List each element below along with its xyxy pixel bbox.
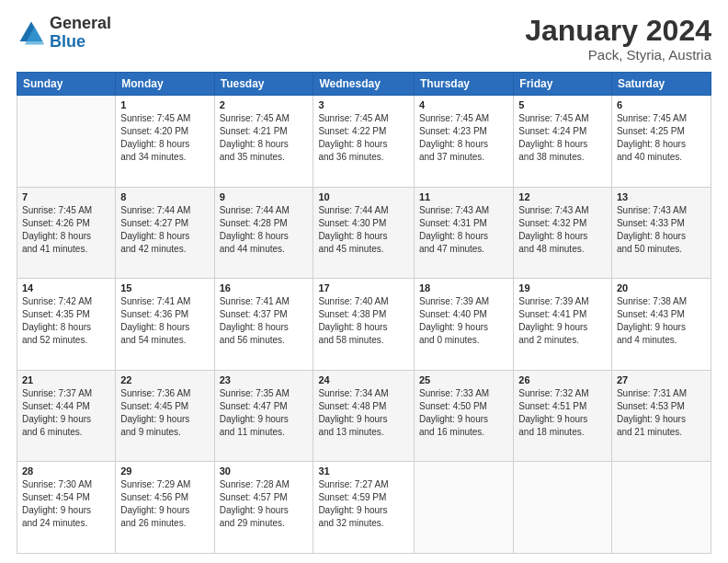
day-info: Sunrise: 7:33 AMSunset: 4:50 PMDaylight:… xyxy=(419,387,508,439)
day-info: Sunrise: 7:43 AMSunset: 4:32 PMDaylight:… xyxy=(518,204,607,256)
header-cell-friday: Friday xyxy=(514,73,612,96)
calendar-cell: 26Sunrise: 7:32 AMSunset: 4:51 PMDayligh… xyxy=(514,370,612,462)
day-number: 10 xyxy=(318,191,409,202)
calendar-cell: 10Sunrise: 7:44 AMSunset: 4:30 PMDayligh… xyxy=(313,187,415,279)
day-number: 12 xyxy=(518,191,607,202)
calendar-cell: 24Sunrise: 7:34 AMSunset: 4:48 PMDayligh… xyxy=(313,370,415,462)
day-number: 20 xyxy=(617,282,706,293)
day-number: 15 xyxy=(120,282,209,293)
calendar-cell: 7Sunrise: 7:45 AMSunset: 4:26 PMDaylight… xyxy=(17,187,116,279)
logo-blue: Blue xyxy=(50,32,85,51)
day-number: 17 xyxy=(318,282,409,293)
calendar-cell: 15Sunrise: 7:41 AMSunset: 4:36 PMDayligh… xyxy=(116,279,214,371)
calendar-cell: 22Sunrise: 7:36 AMSunset: 4:45 PMDayligh… xyxy=(116,370,214,462)
day-info: Sunrise: 7:39 AMSunset: 4:40 PMDaylight:… xyxy=(419,295,508,347)
day-number: 7 xyxy=(22,191,110,202)
day-info: Sunrise: 7:44 AMSunset: 4:27 PMDaylight:… xyxy=(120,204,209,256)
calendar-cell: 2Sunrise: 7:45 AMSunset: 4:21 PMDaylight… xyxy=(214,96,313,188)
day-info: Sunrise: 7:35 AMSunset: 4:47 PMDaylight:… xyxy=(220,387,309,439)
calendar-cell xyxy=(514,462,612,554)
day-number: 24 xyxy=(318,374,409,385)
calendar-cell: 20Sunrise: 7:38 AMSunset: 4:43 PMDayligh… xyxy=(611,279,711,371)
calendar-cell: 23Sunrise: 7:35 AMSunset: 4:47 PMDayligh… xyxy=(214,370,313,462)
day-number: 30 xyxy=(220,465,309,477)
calendar-cell: 27Sunrise: 7:31 AMSunset: 4:53 PMDayligh… xyxy=(611,370,711,462)
calendar-cell: 8Sunrise: 7:44 AMSunset: 4:27 PMDaylight… xyxy=(116,187,214,279)
day-info: Sunrise: 7:34 AMSunset: 4:48 PMDaylight:… xyxy=(318,387,409,439)
day-info: Sunrise: 7:41 AMSunset: 4:36 PMDaylight:… xyxy=(120,295,209,347)
day-number: 3 xyxy=(318,99,409,110)
header-cell-tuesday: Tuesday xyxy=(214,73,313,96)
week-row-3: 21Sunrise: 7:37 AMSunset: 4:44 PMDayligh… xyxy=(17,370,711,462)
day-info: Sunrise: 7:32 AMSunset: 4:51 PMDaylight:… xyxy=(518,387,607,439)
day-info: Sunrise: 7:40 AMSunset: 4:38 PMDaylight:… xyxy=(318,295,409,347)
calendar-cell: 25Sunrise: 7:33 AMSunset: 4:50 PMDayligh… xyxy=(414,370,513,462)
calendar-cell: 30Sunrise: 7:28 AMSunset: 4:57 PMDayligh… xyxy=(214,462,313,554)
calendar-body: 1Sunrise: 7:45 AMSunset: 4:20 PMDaylight… xyxy=(17,96,711,554)
day-number: 14 xyxy=(22,282,110,293)
day-info: Sunrise: 7:31 AMSunset: 4:53 PMDaylight:… xyxy=(617,387,706,439)
day-number: 9 xyxy=(220,191,309,202)
week-row-1: 7Sunrise: 7:45 AMSunset: 4:26 PMDaylight… xyxy=(17,187,711,279)
calendar-header: SundayMondayTuesdayWednesdayThursdayFrid… xyxy=(17,73,711,96)
title-block: January 2024 Pack, Styria, Austria xyxy=(525,15,711,63)
main-title: January 2024 xyxy=(525,15,711,47)
calendar-cell: 13Sunrise: 7:43 AMSunset: 4:33 PMDayligh… xyxy=(611,187,711,279)
day-number: 28 xyxy=(22,465,110,477)
day-number: 1 xyxy=(120,99,209,110)
header-row: SundayMondayTuesdayWednesdayThursdayFrid… xyxy=(17,73,711,96)
calendar-table: SundayMondayTuesdayWednesdayThursdayFrid… xyxy=(17,72,711,554)
day-info: Sunrise: 7:42 AMSunset: 4:35 PMDaylight:… xyxy=(22,295,110,347)
day-number: 21 xyxy=(22,374,110,385)
header-cell-monday: Monday xyxy=(116,73,214,96)
day-info: Sunrise: 7:37 AMSunset: 4:44 PMDaylight:… xyxy=(22,387,110,439)
day-number: 6 xyxy=(617,99,706,110)
calendar-cell: 9Sunrise: 7:44 AMSunset: 4:28 PMDaylight… xyxy=(214,187,313,279)
day-info: Sunrise: 7:45 AMSunset: 4:20 PMDaylight:… xyxy=(120,112,209,164)
day-info: Sunrise: 7:41 AMSunset: 4:37 PMDaylight:… xyxy=(220,295,309,347)
calendar-cell: 1Sunrise: 7:45 AMSunset: 4:20 PMDaylight… xyxy=(116,96,214,188)
header-cell-wednesday: Wednesday xyxy=(313,73,415,96)
day-number: 31 xyxy=(318,465,409,477)
calendar-cell: 18Sunrise: 7:39 AMSunset: 4:40 PMDayligh… xyxy=(414,279,513,371)
header-cell-saturday: Saturday xyxy=(611,73,711,96)
day-info: Sunrise: 7:45 AMSunset: 4:25 PMDaylight:… xyxy=(617,112,706,164)
day-info: Sunrise: 7:27 AMSunset: 4:59 PMDaylight:… xyxy=(318,478,409,530)
page: General Blue January 2024 Pack, Styria, … xyxy=(0,0,728,563)
calendar-cell: 16Sunrise: 7:41 AMSunset: 4:37 PMDayligh… xyxy=(214,279,313,371)
calendar-cell xyxy=(611,462,711,554)
day-number: 5 xyxy=(518,99,607,110)
calendar-cell: 5Sunrise: 7:45 AMSunset: 4:24 PMDaylight… xyxy=(514,96,612,188)
calendar-cell: 28Sunrise: 7:30 AMSunset: 4:54 PMDayligh… xyxy=(17,462,116,554)
logo-icon xyxy=(17,18,46,48)
logo-text: General Blue xyxy=(50,15,111,52)
week-row-0: 1Sunrise: 7:45 AMSunset: 4:20 PMDaylight… xyxy=(17,96,711,188)
calendar-cell: 12Sunrise: 7:43 AMSunset: 4:32 PMDayligh… xyxy=(514,187,612,279)
logo-general: General xyxy=(50,14,111,32)
day-info: Sunrise: 7:45 AMSunset: 4:22 PMDaylight:… xyxy=(318,112,409,164)
day-number: 18 xyxy=(419,282,508,293)
calendar-cell: 31Sunrise: 7:27 AMSunset: 4:59 PMDayligh… xyxy=(313,462,415,554)
day-info: Sunrise: 7:44 AMSunset: 4:28 PMDaylight:… xyxy=(220,204,309,256)
week-row-2: 14Sunrise: 7:42 AMSunset: 4:35 PMDayligh… xyxy=(17,279,711,371)
calendar-cell: 17Sunrise: 7:40 AMSunset: 4:38 PMDayligh… xyxy=(313,279,415,371)
day-number: 11 xyxy=(419,191,508,202)
calendar-cell: 19Sunrise: 7:39 AMSunset: 4:41 PMDayligh… xyxy=(514,279,612,371)
day-number: 4 xyxy=(419,99,508,110)
week-row-4: 28Sunrise: 7:30 AMSunset: 4:54 PMDayligh… xyxy=(17,462,711,554)
calendar-cell xyxy=(17,96,116,188)
day-info: Sunrise: 7:30 AMSunset: 4:54 PMDaylight:… xyxy=(22,478,110,530)
calendar-cell: 21Sunrise: 7:37 AMSunset: 4:44 PMDayligh… xyxy=(17,370,116,462)
day-number: 29 xyxy=(120,465,209,477)
day-info: Sunrise: 7:38 AMSunset: 4:43 PMDaylight:… xyxy=(617,295,706,347)
day-info: Sunrise: 7:45 AMSunset: 4:26 PMDaylight:… xyxy=(22,204,110,256)
day-number: 26 xyxy=(518,374,607,385)
day-info: Sunrise: 7:43 AMSunset: 4:33 PMDaylight:… xyxy=(617,204,706,256)
day-number: 22 xyxy=(120,374,209,385)
calendar-cell: 4Sunrise: 7:45 AMSunset: 4:23 PMDaylight… xyxy=(414,96,513,188)
day-number: 8 xyxy=(120,191,209,202)
subtitle: Pack, Styria, Austria xyxy=(525,47,711,63)
day-info: Sunrise: 7:29 AMSunset: 4:56 PMDaylight:… xyxy=(120,478,209,530)
calendar-cell: 6Sunrise: 7:45 AMSunset: 4:25 PMDaylight… xyxy=(611,96,711,188)
calendar-cell: 11Sunrise: 7:43 AMSunset: 4:31 PMDayligh… xyxy=(414,187,513,279)
